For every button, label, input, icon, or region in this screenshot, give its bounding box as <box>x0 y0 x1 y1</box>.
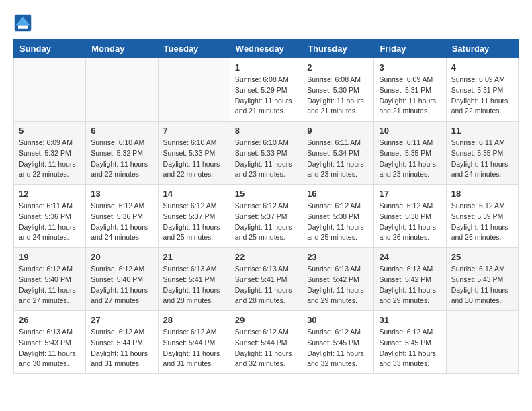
calendar-cell <box>158 58 230 122</box>
weekday-header-sunday: Sunday <box>14 40 86 58</box>
day-number: 26 <box>19 315 81 325</box>
calendar-cell: 14Sunrise: 6:12 AMSunset: 5:37 PMDayligh… <box>158 185 230 248</box>
day-number: 15 <box>235 189 297 199</box>
calendar-week-5: 26Sunrise: 6:13 AMSunset: 5:43 PMDayligh… <box>14 311 519 374</box>
day-info: Sunrise: 6:13 AMSunset: 5:41 PMDaylight:… <box>163 264 225 306</box>
day-number: 1 <box>235 62 297 73</box>
weekday-header-monday: Monday <box>86 40 158 58</box>
calendar-cell: 22Sunrise: 6:13 AMSunset: 5:41 PMDayligh… <box>230 248 302 311</box>
day-number: 9 <box>307 126 369 136</box>
day-info: Sunrise: 6:12 AMSunset: 5:36 PMDaylight:… <box>91 201 152 243</box>
calendar-cell: 30Sunrise: 6:12 AMSunset: 5:45 PMDayligh… <box>302 311 374 374</box>
day-number: 28 <box>163 315 225 325</box>
calendar-header: SundayMondayTuesdayWednesdayThursdayFrid… <box>14 40 519 58</box>
calendar-cell: 3Sunrise: 6:09 AMSunset: 5:31 PMDaylight… <box>374 58 446 122</box>
day-number: 25 <box>451 252 513 262</box>
day-number: 20 <box>91 252 152 262</box>
calendar-cell: 10Sunrise: 6:11 AMSunset: 5:35 PMDayligh… <box>374 122 446 185</box>
day-number: 16 <box>307 189 369 199</box>
calendar-cell: 23Sunrise: 6:13 AMSunset: 5:42 PMDayligh… <box>302 248 374 311</box>
day-number: 19 <box>19 252 81 262</box>
day-number: 10 <box>379 126 441 136</box>
calendar-table: SundayMondayTuesdayWednesdayThursdayFrid… <box>13 39 519 374</box>
calendar-cell: 7Sunrise: 6:10 AMSunset: 5:33 PMDaylight… <box>158 122 230 185</box>
day-number: 13 <box>91 189 152 199</box>
day-number: 21 <box>163 252 225 262</box>
calendar-cell: 2Sunrise: 6:08 AMSunset: 5:30 PMDaylight… <box>302 58 374 122</box>
day-number: 27 <box>91 315 152 325</box>
weekday-header-tuesday: Tuesday <box>158 40 230 58</box>
calendar-cell: 11Sunrise: 6:11 AMSunset: 5:35 PMDayligh… <box>446 122 518 185</box>
day-info: Sunrise: 6:12 AMSunset: 5:45 PMDaylight:… <box>307 327 369 369</box>
day-info: Sunrise: 6:10 AMSunset: 5:33 PMDaylight:… <box>235 138 297 180</box>
day-number: 4 <box>451 62 513 73</box>
calendar-week-3: 12Sunrise: 6:11 AMSunset: 5:36 PMDayligh… <box>14 185 519 248</box>
day-info: Sunrise: 6:10 AMSunset: 5:32 PMDaylight:… <box>91 138 152 180</box>
day-info: Sunrise: 6:13 AMSunset: 5:42 PMDaylight:… <box>307 264 369 306</box>
weekday-header-row: SundayMondayTuesdayWednesdayThursdayFrid… <box>14 40 519 58</box>
calendar-cell: 21Sunrise: 6:13 AMSunset: 5:41 PMDayligh… <box>158 248 230 311</box>
svg-rect-2 <box>18 26 28 29</box>
day-info: Sunrise: 6:11 AMSunset: 5:35 PMDaylight:… <box>451 138 513 180</box>
calendar-cell: 8Sunrise: 6:10 AMSunset: 5:33 PMDaylight… <box>230 122 302 185</box>
weekday-header-wednesday: Wednesday <box>230 40 302 58</box>
day-info: Sunrise: 6:08 AMSunset: 5:30 PMDaylight:… <box>307 75 369 117</box>
day-info: Sunrise: 6:11 AMSunset: 5:35 PMDaylight:… <box>379 138 441 180</box>
calendar-cell: 26Sunrise: 6:13 AMSunset: 5:43 PMDayligh… <box>14 311 86 374</box>
day-info: Sunrise: 6:12 AMSunset: 5:44 PMDaylight:… <box>163 327 225 369</box>
calendar-cell <box>86 58 158 122</box>
day-info: Sunrise: 6:09 AMSunset: 5:31 PMDaylight:… <box>451 75 513 117</box>
day-number: 24 <box>379 252 441 262</box>
page-header <box>13 13 519 32</box>
day-info: Sunrise: 6:13 AMSunset: 5:41 PMDaylight:… <box>235 264 297 306</box>
calendar-cell: 4Sunrise: 6:09 AMSunset: 5:31 PMDaylight… <box>446 58 518 122</box>
day-number: 3 <box>379 62 441 73</box>
calendar-cell: 17Sunrise: 6:12 AMSunset: 5:38 PMDayligh… <box>374 185 446 248</box>
day-info: Sunrise: 6:11 AMSunset: 5:34 PMDaylight:… <box>307 138 369 180</box>
day-info: Sunrise: 6:11 AMSunset: 5:36 PMDaylight:… <box>19 201 81 243</box>
day-number: 5 <box>19 126 81 136</box>
calendar-week-4: 19Sunrise: 6:12 AMSunset: 5:40 PMDayligh… <box>14 248 519 311</box>
calendar-cell: 5Sunrise: 6:09 AMSunset: 5:32 PMDaylight… <box>14 122 86 185</box>
day-number: 17 <box>379 189 441 199</box>
calendar-cell: 29Sunrise: 6:12 AMSunset: 5:44 PMDayligh… <box>230 311 302 374</box>
day-number: 6 <box>91 126 152 136</box>
day-number: 23 <box>307 252 369 262</box>
weekday-header-thursday: Thursday <box>302 40 374 58</box>
weekday-header-friday: Friday <box>374 40 446 58</box>
day-info: Sunrise: 6:13 AMSunset: 5:43 PMDaylight:… <box>19 327 81 369</box>
day-info: Sunrise: 6:12 AMSunset: 5:44 PMDaylight:… <box>91 327 152 369</box>
day-number: 7 <box>163 126 225 136</box>
day-info: Sunrise: 6:09 AMSunset: 5:31 PMDaylight:… <box>379 75 441 117</box>
calendar-body: 1Sunrise: 6:08 AMSunset: 5:29 PMDaylight… <box>14 58 519 374</box>
day-info: Sunrise: 6:12 AMSunset: 5:38 PMDaylight:… <box>307 201 369 243</box>
calendar-cell: 1Sunrise: 6:08 AMSunset: 5:29 PMDaylight… <box>230 58 302 122</box>
day-info: Sunrise: 6:09 AMSunset: 5:32 PMDaylight:… <box>19 138 81 180</box>
day-number: 29 <box>235 315 297 325</box>
calendar-cell: 15Sunrise: 6:12 AMSunset: 5:37 PMDayligh… <box>230 185 302 248</box>
day-info: Sunrise: 6:12 AMSunset: 5:44 PMDaylight:… <box>235 327 297 369</box>
calendar-cell: 13Sunrise: 6:12 AMSunset: 5:36 PMDayligh… <box>86 185 158 248</box>
day-info: Sunrise: 6:12 AMSunset: 5:40 PMDaylight:… <box>91 264 152 306</box>
logo <box>13 13 35 32</box>
day-number: 8 <box>235 126 297 136</box>
calendar-cell <box>446 311 518 374</box>
day-info: Sunrise: 6:08 AMSunset: 5:29 PMDaylight:… <box>235 75 297 117</box>
day-info: Sunrise: 6:12 AMSunset: 5:37 PMDaylight:… <box>235 201 297 243</box>
day-number: 14 <box>163 189 225 199</box>
day-number: 18 <box>451 189 513 199</box>
calendar-cell: 9Sunrise: 6:11 AMSunset: 5:34 PMDaylight… <box>302 122 374 185</box>
calendar-week-1: 1Sunrise: 6:08 AMSunset: 5:29 PMDaylight… <box>14 58 519 122</box>
calendar-cell: 16Sunrise: 6:12 AMSunset: 5:38 PMDayligh… <box>302 185 374 248</box>
calendar-cell: 12Sunrise: 6:11 AMSunset: 5:36 PMDayligh… <box>14 185 86 248</box>
calendar-cell: 6Sunrise: 6:10 AMSunset: 5:32 PMDaylight… <box>86 122 158 185</box>
day-number: 12 <box>19 189 81 199</box>
day-info: Sunrise: 6:10 AMSunset: 5:33 PMDaylight:… <box>163 138 225 180</box>
calendar-cell: 18Sunrise: 6:12 AMSunset: 5:39 PMDayligh… <box>446 185 518 248</box>
calendar-cell: 28Sunrise: 6:12 AMSunset: 5:44 PMDayligh… <box>158 311 230 374</box>
day-number: 2 <box>307 62 369 73</box>
calendar-cell <box>14 58 86 122</box>
day-number: 22 <box>235 252 297 262</box>
calendar-cell: 20Sunrise: 6:12 AMSunset: 5:40 PMDayligh… <box>86 248 158 311</box>
day-info: Sunrise: 6:13 AMSunset: 5:42 PMDaylight:… <box>379 264 441 306</box>
